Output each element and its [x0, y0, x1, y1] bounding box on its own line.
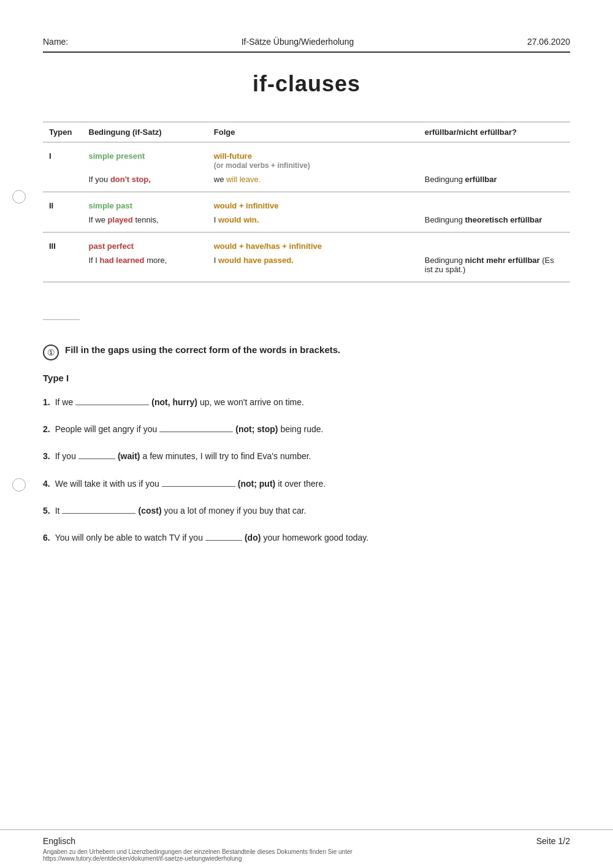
type-3-bedingung: past perfect	[83, 232, 208, 253]
type-3-bedingung-example: If I had learned more,	[83, 253, 208, 282]
type-3-erfull: Bedingung nicht mehr erfüllbar (Es ist z…	[419, 253, 570, 282]
list-item: 1. If we (not, hurry) up, we won't arriv…	[43, 394, 570, 410]
footer-subject: Englisch	[43, 836, 75, 846]
item-4-post: it over there.	[278, 476, 326, 492]
item-6-blank[interactable]	[205, 530, 242, 541]
type-2-num: II	[43, 192, 83, 213]
item-4-keyword: (not; put)	[238, 476, 275, 492]
table-row-type-2-example: If we played tennis, I would win. Beding…	[43, 213, 570, 232]
main-title: if-clauses	[43, 71, 570, 97]
header-date: 27.06.2020	[527, 37, 570, 47]
type-2-folge: would + infinitive	[208, 192, 419, 213]
item-2-keyword: (not; stop)	[235, 422, 278, 437]
list-item: 4. We will take it with us if you (not; …	[43, 476, 570, 492]
type-1-erfull: Bedingung erfüllbar	[419, 172, 570, 192]
table-row-type-3-label: III past perfect would + have/has + infi…	[43, 232, 570, 253]
header-title: If-Sätze Übung/Wiederholung	[242, 37, 354, 47]
footer-url: https://www.tutory.de/entdecken/dokument…	[43, 855, 570, 862]
type-1-folge: will-future (or modal verbs + infinitive…	[208, 142, 419, 172]
table-row-type-2-label: II simple past would + infinitive	[43, 192, 570, 213]
table-row-type-1-label: I simple present will-future (or modal v…	[43, 142, 570, 172]
list-item: 3. If you (wait) a few minutes, I will t…	[43, 448, 570, 464]
item-5-num: 5.	[43, 503, 50, 519]
list-item: 2. People will get angry if you (not; st…	[43, 421, 570, 437]
item-4-pre: We will take it with us if you	[55, 476, 159, 492]
grammar-table: Typen Bedingung (if-Satz) Folge erfüllba…	[43, 121, 570, 283]
type-2-erfull: Bedingung theoretisch erfüllbar	[419, 213, 570, 232]
exercise-number: ①	[43, 345, 59, 360]
type-1-bedingung-example: If you don't stop,	[83, 172, 208, 192]
footer-attribution: Angaben zu den Urhebern und Lizenzbeding…	[43, 848, 570, 855]
type-1-erfull-empty	[419, 142, 570, 172]
item-6-num: 6.	[43, 530, 50, 546]
page-header: Name: If-Sätze Übung/Wiederholung 27.06.…	[43, 37, 570, 53]
item-5-blank[interactable]	[62, 503, 135, 514]
item-1-num: 1.	[43, 395, 50, 410]
type-3-folge-example: I would have passed.	[208, 253, 419, 282]
table-row-type-1-example: If you don't stop, we will leave. Beding…	[43, 172, 570, 192]
item-1-post: up, we won't arrive on time.	[200, 395, 304, 410]
col-header-typen: Typen	[43, 122, 83, 142]
type-2-folge-example: I would win.	[208, 213, 419, 232]
table-row-type-3-example: If I had learned more, I would have pass…	[43, 253, 570, 282]
item-3-post: a few minutes, I will try to find Eva's …	[143, 449, 311, 464]
item-5-post: you a lot of money if you buy that car.	[164, 503, 306, 519]
item-3-keyword: (wait)	[118, 449, 140, 464]
item-2-num: 2.	[43, 422, 50, 437]
item-4-num: 4.	[43, 476, 50, 492]
item-4-blank[interactable]	[162, 476, 235, 487]
item-1-blank[interactable]	[75, 394, 149, 405]
item-3-pre: If you	[55, 449, 76, 464]
item-3-blank[interactable]	[78, 448, 115, 459]
exercise-list: 1. If we (not, hurry) up, we won't arriv…	[43, 394, 570, 546]
col-header-folge: Folge	[208, 122, 419, 142]
item-6-keyword: (do)	[245, 530, 261, 546]
type-2-erfull-empty	[419, 192, 570, 213]
footer-page: Seite 1/2	[536, 836, 570, 846]
exercise-header: ① Fill in the gaps using the correct for…	[43, 345, 570, 360]
list-item: 5. It (cost) you a lot of money if you b…	[43, 503, 570, 519]
exercise-instruction: Fill in the gaps using the correct form …	[65, 345, 340, 355]
section-separator	[43, 319, 80, 320]
type-1-folge-example: we will leave.	[208, 172, 419, 192]
item-6-pre: You will only be able to watch TV if you	[55, 530, 203, 546]
col-header-erfull: erfüllbar/nicht erfüllbar?	[419, 122, 570, 142]
type-1-bedingung: simple present	[83, 142, 208, 172]
exercise-type-label: Type I	[43, 373, 570, 383]
circle-decoration-2	[12, 478, 26, 492]
item-1-pre: If we	[55, 395, 74, 410]
type-2-bedingung-example: If we played tennis,	[83, 213, 208, 232]
item-5-keyword: (cost)	[138, 503, 161, 519]
exercise-section: ① Fill in the gaps using the correct for…	[43, 345, 570, 546]
circle-decoration-1	[12, 190, 26, 204]
item-6-post: your homework good today.	[263, 530, 368, 546]
type-3-folge: would + have/has + infinitive	[208, 232, 419, 253]
type-2-bedingung: simple past	[83, 192, 208, 213]
item-2-post: being rude.	[280, 422, 323, 437]
type-3-erfull-empty	[419, 232, 570, 253]
col-header-bedingung: Bedingung (if-Satz)	[83, 122, 208, 142]
list-item: 6. You will only be able to watch TV if …	[43, 530, 570, 546]
item-2-blank[interactable]	[159, 421, 233, 432]
type-1-num: I	[43, 142, 83, 172]
item-5-pre: It	[55, 503, 60, 519]
item-1-keyword: (not, hurry)	[151, 395, 197, 410]
page-footer: Englisch Seite 1/2 Angaben zu den Urhebe…	[0, 829, 613, 868]
header-name: Name:	[43, 37, 68, 47]
item-2-pre: People will get angry if you	[55, 422, 158, 437]
item-3-num: 3.	[43, 449, 50, 464]
type-3-num: III	[43, 232, 83, 253]
